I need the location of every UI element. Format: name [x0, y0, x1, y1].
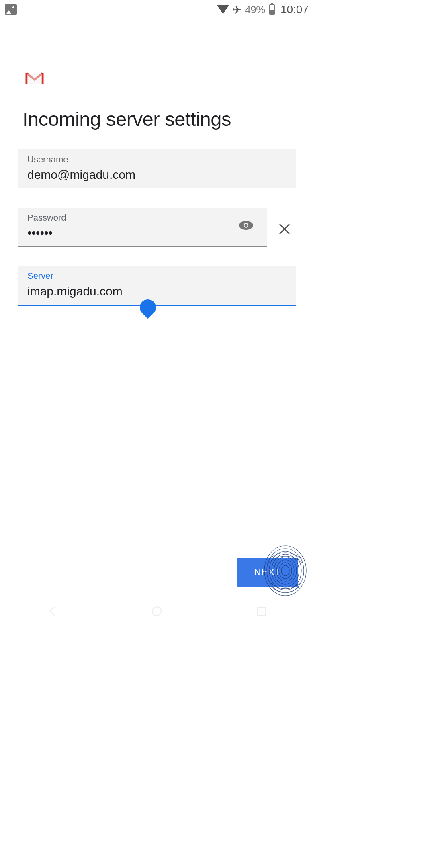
- username-input[interactable]: [27, 168, 286, 182]
- password-input[interactable]: ••••••: [27, 226, 235, 240]
- server-field-container[interactable]: Server: [18, 266, 296, 306]
- username-label: Username: [27, 154, 286, 165]
- svg-point-3: [245, 224, 248, 227]
- navigation-bar: [0, 595, 313, 627]
- wifi-icon: [217, 5, 229, 14]
- svg-rect-0: [27, 74, 42, 84]
- svg-point-14: [152, 607, 161, 616]
- clock: 10:07: [280, 3, 309, 16]
- password-field-container[interactable]: Password ••••••: [18, 208, 267, 247]
- recent-nav-icon[interactable]: [255, 605, 267, 617]
- next-button[interactable]: NEXT: [237, 558, 298, 587]
- notification-picture-icon: [5, 4, 17, 15]
- server-input[interactable]: [27, 285, 286, 298]
- text-cursor-handle-icon[interactable]: [137, 296, 160, 319]
- battery-percent: 49%: [245, 4, 265, 16]
- server-label: Server: [27, 271, 286, 281]
- gmail-logo-icon: [25, 72, 296, 88]
- home-nav-icon[interactable]: [151, 605, 163, 617]
- show-password-icon[interactable]: [235, 217, 257, 236]
- back-nav-icon[interactable]: [46, 605, 58, 617]
- username-field-container[interactable]: Username: [18, 149, 296, 188]
- status-bar: ✈ 49% 10:07: [0, 0, 313, 19]
- page-title: Incoming server settings: [23, 108, 296, 130]
- battery-icon: [269, 4, 275, 15]
- airplane-mode-icon: ✈: [232, 3, 242, 16]
- clear-password-icon[interactable]: [273, 217, 296, 244]
- svg-rect-15: [257, 607, 265, 615]
- password-label: Password: [27, 213, 235, 223]
